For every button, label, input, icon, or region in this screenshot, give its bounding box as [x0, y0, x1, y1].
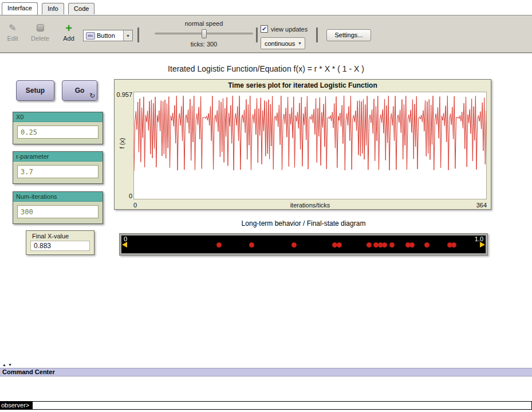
command-input[interactable]	[32, 401, 532, 410]
final-state-diagram: 0 1.0	[119, 233, 488, 256]
tab-code[interactable]: Code	[68, 3, 94, 14]
time-series-plot: Time series plot for iterated Logistic F…	[114, 79, 491, 210]
time-series-line	[134, 92, 486, 199]
add-button[interactable]: + Add	[57, 22, 80, 42]
toolbar-separator	[137, 28, 139, 42]
final-state-canvas: 0 1.0	[121, 236, 486, 253]
add-label: Add	[57, 35, 80, 42]
toolbar-separator	[316, 28, 318, 42]
slider-thumb[interactable]	[202, 29, 207, 38]
input-x0-field[interactable]: 0.25	[17, 125, 98, 139]
widget-button-icon: abc	[86, 32, 95, 40]
y-axis-max-label: 0.957	[115, 91, 132, 98]
checkmark-icon: ✔	[262, 25, 267, 33]
plot-title: Time series plot for iterated Logistic F…	[115, 81, 491, 89]
state-dot	[367, 242, 372, 248]
forever-icon: ↻	[89, 92, 95, 100]
go-button[interactable]: Go ↻	[62, 80, 97, 101]
input-r-parameter-field[interactable]: 3.7	[17, 165, 98, 178]
command-input-row: observer>	[0, 401, 532, 410]
state-dot	[291, 242, 297, 248]
input-r-parameter: r-parameter 3.7	[13, 151, 103, 184]
widget-type-dropdown[interactable]: abc Button ▼	[83, 30, 133, 41]
edit-label: Edit	[1, 35, 24, 42]
state-dot	[382, 242, 387, 248]
y-axis-label: f (x)	[119, 131, 125, 156]
tab-interface[interactable]: Interface	[2, 2, 38, 15]
collapse-icon[interactable]: ▲	[2, 363, 6, 367]
chevron-down-icon: ▼	[298, 41, 302, 45]
checkbox-icon: ✔	[261, 25, 268, 33]
view-updates-label: view updates	[271, 26, 308, 33]
update-mode-dropdown[interactable]: continuous ▼	[261, 37, 305, 49]
setup-label: Setup	[26, 87, 45, 95]
delete-button[interactable]: Delete	[29, 22, 52, 42]
input-num-iterations: Num-iterations 300	[13, 191, 103, 224]
right-arrow-icon	[480, 242, 485, 248]
input-num-iterations-header: Num-iterations	[13, 192, 103, 202]
pencil-icon: ✎	[1, 22, 24, 34]
netlogo-window: Interface Info Code ✎ Edit Delete + Add …	[0, 0, 532, 412]
input-x0: X0 0.25	[13, 112, 103, 144]
state-dot	[216, 242, 222, 248]
x-axis-max-label: 364	[476, 202, 487, 209]
command-center-splitter[interactable]: ▲ ▼	[0, 362, 532, 368]
speed-label: normal speed	[148, 20, 260, 27]
edit-button[interactable]: ✎ Edit	[1, 22, 24, 42]
speed-control: normal speed ticks: 300	[148, 20, 260, 48]
state-dot	[337, 242, 342, 248]
y-axis-min-label: 0	[115, 193, 132, 199]
view-updates-checkbox[interactable]: ✔ view updates	[261, 25, 308, 33]
chevron-down-icon: ▼	[123, 30, 132, 41]
state-dot	[451, 242, 456, 248]
widget-type-label: Button	[97, 32, 115, 39]
go-label: Go	[75, 87, 85, 95]
update-mode-label: continuous	[265, 40, 295, 47]
x-axis-label: iterations/ticks	[133, 202, 487, 209]
final-state-caption: Long-term behavior / Final-state diagram	[119, 219, 488, 227]
tab-bar: Interface Info Code	[0, 0, 532, 15]
toolbar-separator	[256, 28, 258, 42]
delete-label: Delete	[29, 35, 52, 42]
model-title: Iterated Logistic Function/Equation f(x)…	[0, 64, 532, 73]
monitor-label: Final X-value	[26, 231, 94, 240]
monitor-value: 0.883	[30, 241, 90, 251]
left-arrow-icon	[122, 242, 127, 248]
speed-slider[interactable]	[155, 33, 253, 34]
plot-canvas	[133, 92, 487, 199]
state-dot	[249, 242, 254, 248]
setup-button[interactable]: Setup	[16, 80, 54, 101]
settings-button[interactable]: Settings...	[326, 29, 371, 41]
state-dot	[424, 242, 429, 248]
input-x0-header: X0	[13, 112, 103, 122]
command-output[interactable]	[0, 377, 532, 401]
monitor-final-x: Final X-value 0.883	[26, 230, 94, 255]
state-dot-layer	[127, 236, 480, 253]
expand-icon[interactable]: ▼	[8, 363, 12, 367]
tab-info[interactable]: Info	[42, 3, 64, 14]
ticks-label: ticks: 300	[148, 41, 260, 48]
command-center-header: Command Center	[0, 368, 532, 376]
input-num-iterations-field[interactable]: 300	[17, 205, 98, 218]
observer-prompt: observer>	[0, 401, 32, 410]
plus-icon: +	[57, 22, 80, 34]
toolbar: ✎ Edit Delete + Add abc Button ▼ normal …	[0, 15, 532, 53]
input-r-parameter-header: r-parameter	[13, 152, 103, 162]
state-dot	[389, 242, 395, 248]
state-dot	[409, 242, 415, 248]
delete-icon	[29, 22, 52, 34]
